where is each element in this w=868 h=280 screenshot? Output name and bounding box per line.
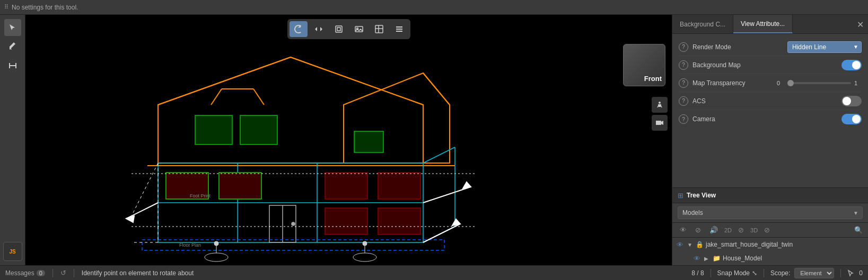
background-map-toggle[interactable] — [841, 60, 862, 70]
tree-volume-button[interactable]: 🔊 — [707, 225, 720, 235]
snap-mode-icon: ⤡ — [752, 269, 757, 277]
status-right: 8 / 8 Snap Mode ⤡ Scope: Element Model W… — [691, 268, 863, 278]
tree-icons-row: 👁 ⊘ 🔊 2D ⊘ 3D ⊘ 🔍 — [672, 223, 868, 238]
left-sidebar: JS — [0, 15, 25, 265]
walkthrough-button[interactable] — [652, 97, 668, 113]
identify-text: Identify point on element to rotate abou… — [82, 269, 194, 277]
measure-tool-button[interactable] — [4, 57, 21, 74]
status-divider-4 — [764, 269, 764, 277]
camera-button[interactable] — [652, 115, 668, 131]
view-cube[interactable]: Front — [623, 44, 665, 86]
svg-point-40 — [292, 222, 295, 225]
tree-hide-button[interactable]: ⊘ — [693, 225, 703, 235]
no-settings-text: No settings for this tool. — [12, 4, 78, 11]
render-mode-select[interactable]: Hidden Line Wireframe Smooth Flat — [787, 41, 862, 53]
render-mode-dropdown-wrap: Hidden Line Wireframe Smooth Flat ▼ — [787, 41, 862, 53]
view-image-button[interactable] — [350, 21, 368, 37]
svg-line-63 — [661, 105, 662, 107]
map-transparency-slider[interactable] — [787, 82, 851, 84]
viewport-side-buttons — [652, 97, 668, 131]
render-mode-control: Hidden Line Wireframe Smooth Flat ▼ — [787, 41, 862, 53]
acs-row: ? ACS — [679, 92, 862, 110]
undo-button[interactable]: ↺ — [60, 269, 66, 277]
viewport-toolbar — [287, 19, 410, 39]
tab-background-c[interactable]: Background C... — [672, 15, 733, 33]
item-expand-icon[interactable]: ▼ — [687, 242, 694, 248]
tree-visibility-button[interactable]: 👁 — [678, 225, 689, 235]
svg-rect-31 — [325, 208, 367, 234]
svg-rect-36 — [240, 115, 277, 144]
tree-2d-toggle[interactable]: ⊘ — [736, 225, 746, 235]
page-info: 8 / 8 — [691, 269, 704, 277]
rotate-view-button[interactable] — [290, 21, 308, 37]
svg-rect-35 — [195, 115, 232, 144]
svg-rect-6 — [375, 25, 383, 33]
select-tool-button[interactable] — [4, 19, 21, 36]
tree-item-label: jake_smart_house_digital_twin — [706, 241, 793, 248]
camera-label: Camera — [692, 115, 841, 123]
slider-min-val: 0 — [777, 80, 784, 86]
tree-item-house-model[interactable]: 👁 ▶ 📁 House_Model — [672, 251, 868, 265]
svg-rect-32 — [378, 208, 420, 234]
js-badge: JS — [3, 242, 22, 261]
tab-view-attribute[interactable]: View Attribute... — [733, 15, 793, 33]
tree-item-jake[interactable]: 👁 ▼ 🔒 jake_smart_house_digital_twin — [672, 238, 868, 251]
svg-rect-30 — [378, 173, 420, 199]
slider-area: 0 1 — [777, 80, 862, 86]
snap-mode-label: Snap Mode — [717, 269, 750, 277]
svg-point-55 — [214, 241, 218, 246]
render-mode-row: ? Render Mode Hidden Line Wireframe Smoo… — [679, 38, 862, 56]
svg-rect-3 — [336, 26, 342, 32]
camera-help-icon[interactable]: ? — [679, 114, 688, 124]
panel-close-button[interactable]: ✕ — [852, 15, 868, 34]
item-expand-icon-2[interactable]: ▶ — [704, 256, 711, 261]
tree-view-icon: ⊞ — [678, 192, 683, 200]
js-badge-text: JS — [9, 249, 15, 255]
tree-view-header: ⊞ Tree View — [672, 187, 868, 203]
svg-rect-29 — [325, 173, 367, 199]
top-toolbar: ⠿ No settings for this tool. — [0, 0, 868, 15]
svg-rect-0 — [9, 65, 16, 66]
models-bar: Models ▼ — [672, 203, 868, 223]
svg-marker-48 — [463, 182, 471, 188]
item-visibility-icon-2: 👁 — [694, 255, 702, 263]
cursor-count: 0 — [859, 269, 863, 277]
panel-content: ? Render Mode Hidden Line Wireframe Smoo… — [672, 34, 868, 187]
svg-line-47 — [423, 187, 471, 203]
snap-mode-button[interactable]: Snap Mode ⤡ — [717, 269, 757, 277]
svg-marker-50 — [452, 219, 460, 225]
view-cube-label: Front — [644, 75, 662, 83]
svg-text:Foot Print: Foot Print — [190, 193, 211, 198]
svg-rect-37 — [354, 131, 383, 152]
models-select[interactable]: Models — [678, 206, 863, 219]
camera-row: ? Camera — [679, 110, 862, 128]
camera-toggle[interactable] — [841, 114, 862, 124]
acs-toggle[interactable] — [841, 96, 862, 106]
svg-rect-8 — [396, 29, 402, 30]
background-map-help-icon[interactable]: ? — [679, 60, 688, 70]
svg-point-56 — [353, 253, 376, 261]
tree-search-button[interactable]: 🔍 — [854, 226, 863, 234]
viewport: Foot Print Floor Plan Front — [25, 15, 672, 265]
render-mode-help-icon[interactable]: ? — [679, 42, 688, 52]
svg-rect-9 — [396, 31, 402, 32]
fit-view-button[interactable] — [330, 21, 348, 37]
status-divider-1 — [52, 269, 53, 277]
background-map-row: ? Background Map — [679, 56, 862, 74]
status-divider-2 — [74, 269, 74, 277]
item-lock-icon: 🔒 — [696, 241, 704, 248]
svg-rect-7 — [396, 26, 402, 28]
panel-tabs: Background C... View Attribute... ✕ — [672, 15, 868, 34]
draw-tool-button[interactable] — [4, 38, 21, 55]
tree-2d-label: 2D — [724, 227, 732, 233]
acs-help-icon[interactable]: ? — [679, 96, 688, 106]
pan-view-button[interactable] — [310, 21, 328, 37]
menu-button[interactable] — [390, 21, 408, 37]
map-transparency-help-icon[interactable]: ? — [679, 78, 688, 88]
scope-select[interactable]: Element Model World — [794, 268, 834, 278]
messages-label: Messages — [5, 269, 34, 277]
tree-3d-toggle[interactable]: ⊘ — [762, 225, 772, 235]
window-area-button[interactable] — [370, 21, 388, 37]
tree-view-label: Tree View — [687, 192, 716, 199]
acs-control — [841, 96, 862, 106]
